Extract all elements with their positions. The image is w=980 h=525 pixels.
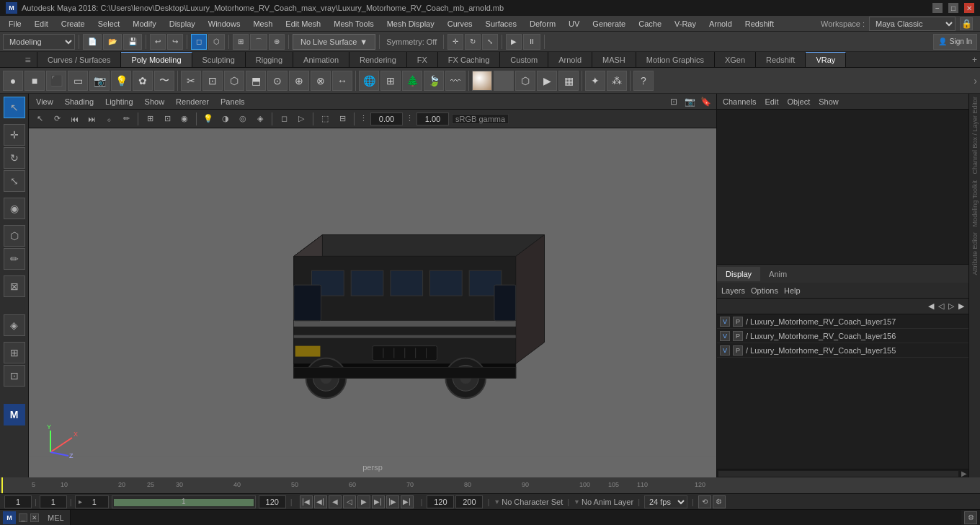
vp-cam-scale-input[interactable] [416, 112, 449, 125]
close-button[interactable]: ✕ [964, 3, 974, 13]
shelf-fx1-icon[interactable]: ✦ [585, 71, 605, 91]
vp-menu-view[interactable]: View [33, 96, 56, 107]
tab-display[interactable]: Display [717, 267, 760, 281]
live-surface-button[interactable]: No Live Surface ▼ [293, 34, 375, 50]
layer-vis-157[interactable]: V [720, 317, 730, 327]
new-file-button[interactable]: 📄 [83, 34, 102, 50]
mel-minimize-button[interactable]: _ [19, 513, 27, 522]
sign-in-button[interactable]: 👤 Sign In [933, 34, 977, 50]
shelf-grid-icon[interactable]: ⊞ [380, 71, 401, 91]
layer-p-156[interactable]: P [733, 331, 743, 341]
tab-add-icon[interactable]: + [972, 55, 977, 65]
workspace-select[interactable]: Maya Classic [869, 17, 956, 31]
menu-vray[interactable]: V-Ray [669, 18, 702, 30]
tab-vray[interactable]: VRay [806, 52, 846, 67]
move-tool-panel-button[interactable]: ✛ [4, 124, 25, 146]
shelf-cube-icon[interactable]: ■ [24, 71, 45, 91]
grid-toggle-button[interactable]: ⊞ [4, 342, 25, 363]
shelf-fill-hole-icon[interactable]: ⊙ [267, 71, 288, 91]
vp-select-btn[interactable]: ↖ [32, 112, 48, 126]
select-tool-button[interactable]: ◻ [191, 34, 207, 50]
snap-grid-button[interactable]: ⊞ [233, 34, 249, 50]
move-tool-button[interactable]: ✛ [447, 34, 463, 50]
goto-end-button[interactable]: ▶| [401, 495, 414, 508]
tab-animation[interactable]: Animation [293, 52, 349, 67]
end-frame-right-input[interactable] [455, 495, 483, 508]
layer-scroll-prev-btn[interactable]: ◁ [937, 300, 945, 312]
timeline-ruler[interactable]: 5 10 20 25 30 40 50 60 70 80 90 100 105 … [0, 477, 980, 493]
menu-surfaces[interactable]: Surfaces [480, 18, 522, 30]
tab-poly-modeling[interactable]: Poly Modeling [121, 52, 192, 67]
vp-light-btn[interactable]: 💡 [200, 112, 216, 126]
shelf-mat2-icon[interactable] [494, 71, 514, 91]
shelf-sphere-icon[interactable]: ● [3, 71, 23, 91]
start-frame-input[interactable] [40, 495, 67, 508]
cb-edit-btn[interactable]: Edit [765, 97, 778, 106]
scale-tool-button[interactable]: ⤡ [482, 34, 498, 50]
cb-object-btn[interactable]: Object [787, 97, 810, 106]
menu-edit[interactable]: Edit [29, 18, 54, 30]
lock-workspace-button[interactable]: 🔒 [960, 17, 973, 30]
play-reverse-button[interactable]: ◁ [343, 495, 356, 508]
tab-curves-surfaces[interactable]: Curves / Surfaces [37, 52, 121, 67]
vp-dof-btn[interactable]: ◈ [252, 112, 268, 126]
menu-windows[interactable]: Windows [202, 18, 246, 30]
shelf-uv-icon[interactable]: ⬡ [515, 71, 535, 91]
shelf-camera-icon[interactable]: 📷 [89, 71, 110, 91]
end-frame-left-input[interactable] [427, 495, 454, 508]
shelf-merge-icon[interactable]: ⊕ [289, 71, 309, 91]
shelf-extrude-icon[interactable]: ⊡ [202, 71, 223, 91]
mode-select[interactable]: Modeling [3, 34, 75, 50]
shelf-plane-icon[interactable]: ▭ [68, 71, 88, 91]
menu-modify[interactable]: Modify [127, 18, 161, 30]
prev-frame-button[interactable]: ◀ [329, 495, 342, 508]
vp-hud-btn[interactable]: ⊟ [334, 112, 350, 126]
undo-button[interactable]: ↩ [150, 34, 166, 50]
tab-mash[interactable]: MASH [592, 52, 636, 67]
shelf-mat-sphere-icon[interactable] [472, 71, 492, 91]
isolate-select-button[interactable]: ◈ [4, 314, 25, 336]
vp-menu-lighting[interactable]: Lighting [102, 96, 136, 107]
cb-show-btn[interactable]: Show [819, 97, 839, 106]
menu-redshift[interactable]: Redshift [739, 18, 780, 30]
vp-focus-button[interactable]: ⊡ [667, 95, 680, 108]
options-tab[interactable]: Options [751, 286, 778, 295]
shelf-render-icon[interactable]: ▶ [537, 71, 557, 91]
layers-tab[interactable]: Layers [721, 286, 745, 295]
channel-box-vtab[interactable]: Channel Box / Layer Editor [971, 94, 979, 177]
shelf-flower-icon[interactable]: ✿ [133, 71, 153, 91]
vp-xray-btn[interactable]: ◻ [276, 112, 292, 126]
layer-row-157[interactable]: V P / Luxury_Motorhome_RV_Coach_layer157 [717, 314, 968, 329]
vp-normals-btn[interactable]: ▷ [293, 112, 309, 126]
loop-mode-button[interactable]: ⟲ [698, 495, 711, 508]
vp-menu-renderer[interactable]: Renderer [173, 96, 212, 107]
layer-scroll-next-btn[interactable]: ▷ [947, 300, 956, 312]
vp-prev-frame[interactable]: ⏮ [66, 112, 82, 126]
layer-row-155[interactable]: V P / Luxury_Motorhome_RV_Coach_layer155 [717, 343, 968, 358]
open-file-button[interactable]: 📂 [103, 34, 122, 50]
modeling-toolkit-vtab[interactable]: Modeling Toolkit [971, 177, 979, 229]
layer-scroll-left-btn[interactable]: ◀ [927, 300, 935, 312]
vp-menu-shading[interactable]: Shading [62, 96, 97, 107]
select-mode-button[interactable]: ↖ [4, 97, 25, 118]
camera-tool-button[interactable]: ⊡ [4, 365, 25, 387]
tab-xgen[interactable]: XGen [715, 52, 756, 67]
vp-isolate-btn[interactable]: ⬚ [317, 112, 333, 126]
shelf-cylinder-icon[interactable]: ⬛ [46, 71, 66, 91]
menu-create[interactable]: Create [55, 18, 91, 30]
snap-point-button[interactable]: ⊕ [269, 34, 285, 50]
goto-start-button[interactable]: |◀ [300, 495, 313, 508]
prev-key-button[interactable]: ◀| [314, 495, 327, 508]
menu-file[interactable]: File [3, 18, 27, 30]
shelf-globe-icon[interactable]: 🌐 [359, 71, 379, 91]
next-key-button[interactable]: |▶ [386, 495, 399, 508]
cb-channels-btn[interactable]: Channels [723, 97, 756, 106]
ipr-render-button[interactable]: ⏸ [523, 34, 540, 50]
shelf-spiral-icon[interactable]: 〰 [445, 71, 466, 91]
shelf-checker-icon[interactable]: ▦ [558, 71, 579, 91]
menu-mesh-tools[interactable]: Mesh Tools [328, 18, 379, 30]
tab-anim[interactable]: Anim [760, 267, 796, 281]
menu-cache[interactable]: Cache [633, 18, 667, 30]
shelf-multicut-icon[interactable]: ✂ [181, 71, 201, 91]
layer-row-156[interactable]: V P / Luxury_Motorhome_RV_Coach_layer156 [717, 329, 968, 343]
